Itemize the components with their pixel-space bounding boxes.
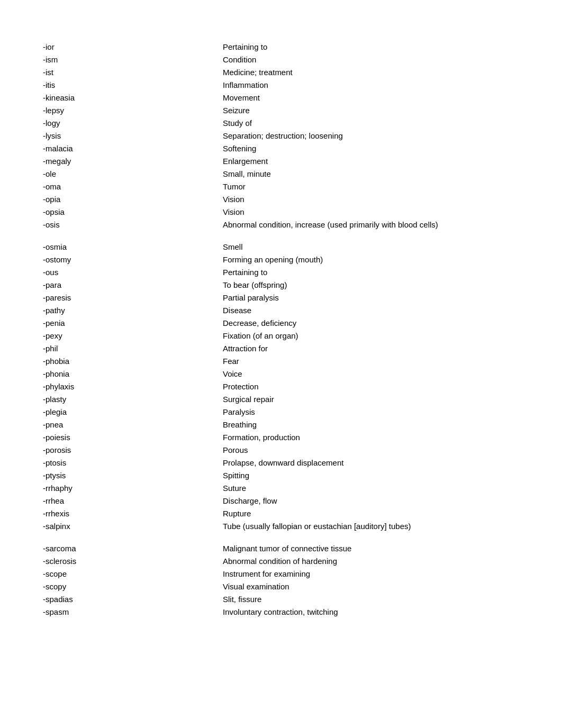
table-row: -osmiaSmell [43, 242, 519, 254]
table-row: -phobiaFear [43, 357, 519, 368]
meaning-cell: Pertaining to [223, 268, 519, 277]
meaning-cell: Malignant tumor of connective tissue [223, 544, 519, 553]
table-row: -scopeInstrument for examining [43, 569, 519, 581]
meaning-cell: Protection [223, 382, 519, 391]
term-cell: -scopy [43, 582, 223, 591]
term-cell: -phobia [43, 357, 223, 366]
term-cell: -ptosis [43, 458, 223, 467]
meaning-cell: Disease [223, 306, 519, 315]
table-row: -rrhexisRupture [43, 509, 519, 521]
term-cell: -rrhexis [43, 509, 223, 518]
meaning-cell: To bear (offspring) [223, 280, 519, 289]
term-cell: -porosis [43, 445, 223, 454]
table-row: -philAttraction for [43, 344, 519, 356]
table-row: -malaciaSoftening [43, 144, 519, 156]
table-row: -opsiaVision [43, 207, 519, 219]
table-row: -poiesisFormation, production [43, 433, 519, 444]
term-cell: -osmia [43, 242, 223, 251]
table-row: -rrheaDischarge, flow [43, 496, 519, 508]
term-cell: -ist [43, 68, 223, 77]
term-cell: -pathy [43, 306, 223, 315]
medical-terms-table: -iorPertaining to-ismCondition-istMedici… [43, 42, 519, 619]
meaning-cell: Suture [223, 484, 519, 493]
table-row: -paraTo bear (offspring) [43, 280, 519, 292]
row-spacer [43, 233, 519, 242]
meaning-cell: Enlargement [223, 157, 519, 166]
meaning-cell: Attraction for [223, 344, 519, 353]
term-cell: -ior [43, 42, 223, 51]
table-row: -megalyEnlargement [43, 157, 519, 168]
term-cell: -poiesis [43, 433, 223, 442]
term-cell: -lysis [43, 131, 223, 140]
meaning-cell: Slit, fissure [223, 595, 519, 604]
table-row: -plastySurgical repair [43, 395, 519, 406]
table-row: -istMedicine; treatment [43, 68, 519, 79]
meaning-cell: Prolapse, downward displacement [223, 458, 519, 467]
term-cell: -logy [43, 119, 223, 128]
term-cell: -spadias [43, 595, 223, 604]
meaning-cell: Small, minute [223, 169, 519, 178]
table-row: -rrhaphySuture [43, 484, 519, 495]
table-row: -opiaVision [43, 195, 519, 206]
meaning-cell: Softening [223, 144, 519, 153]
table-row: -kineasiaMovement [43, 93, 519, 105]
term-cell: -paresis [43, 293, 223, 302]
table-row: -lysisSeparation; destruction; loosening [43, 131, 519, 143]
term-cell: -pexy [43, 331, 223, 340]
table-row: -osisAbnormal condition, increase (used … [43, 220, 519, 232]
table-row: -phoniaVoice [43, 369, 519, 381]
meaning-cell: Forming an opening (mouth) [223, 255, 519, 264]
meaning-cell: Medicine; treatment [223, 68, 519, 77]
table-row: -oleSmall, minute [43, 169, 519, 181]
meaning-cell: Tube (usually fallopian or eustachian [a… [223, 522, 519, 531]
meaning-cell: Decrease, deficiency [223, 319, 519, 327]
term-cell: -plasty [43, 395, 223, 404]
term-cell: -ostomy [43, 255, 223, 264]
table-row: -ptosisProlapse, downward displacement [43, 458, 519, 470]
meaning-cell: Voice [223, 369, 519, 378]
term-cell: -scope [43, 569, 223, 578]
term-cell: -megaly [43, 157, 223, 166]
meaning-cell: Condition [223, 55, 519, 64]
meaning-cell: Inflammation [223, 80, 519, 89]
table-row: -scopyVisual examination [43, 582, 519, 594]
term-cell: -plegia [43, 407, 223, 416]
table-row: -spadiasSlit, fissure [43, 595, 519, 606]
term-cell: -rrhaphy [43, 484, 223, 493]
term-cell: -ptysis [43, 471, 223, 480]
table-row: -pathyDisease [43, 306, 519, 317]
term-cell: -lepsy [43, 106, 223, 115]
table-row: -omaTumor [43, 182, 519, 194]
term-cell: -pnea [43, 420, 223, 429]
meaning-cell: Vision [223, 207, 519, 216]
term-cell: -opia [43, 195, 223, 204]
meaning-cell: Vision [223, 195, 519, 204]
meaning-cell: Spitting [223, 471, 519, 480]
meaning-cell: Partial paralysis [223, 293, 519, 302]
term-cell: -spasm [43, 607, 223, 616]
meaning-cell: Discharge, flow [223, 496, 519, 505]
table-row: -paresisPartial paralysis [43, 293, 519, 305]
meaning-cell: Movement [223, 93, 519, 102]
table-row: -logyStudy of [43, 119, 519, 130]
term-cell: -penia [43, 319, 223, 327]
term-cell: -sclerosis [43, 557, 223, 566]
meaning-cell: Surgical repair [223, 395, 519, 404]
table-row: -plegiaParalysis [43, 407, 519, 419]
term-cell: -salpinx [43, 522, 223, 531]
table-row: -porosisPorous [43, 445, 519, 457]
meaning-cell: Porous [223, 445, 519, 454]
meaning-cell: Study of [223, 119, 519, 128]
term-cell: -rrhea [43, 496, 223, 505]
table-row: -phylaxisProtection [43, 382, 519, 394]
table-row: -salpinxTube (usually fallopian or eusta… [43, 522, 519, 533]
meaning-cell: Fixation (of an organ) [223, 331, 519, 340]
meaning-cell: Fear [223, 357, 519, 366]
term-cell: -ole [43, 169, 223, 178]
table-row: -ismCondition [43, 55, 519, 67]
table-row: -iorPertaining to [43, 42, 519, 54]
meaning-cell: Abnormal condition, increase (used prima… [223, 220, 519, 229]
term-cell: -ism [43, 55, 223, 64]
meaning-cell: Instrument for examining [223, 569, 519, 578]
term-cell: -phonia [43, 369, 223, 378]
